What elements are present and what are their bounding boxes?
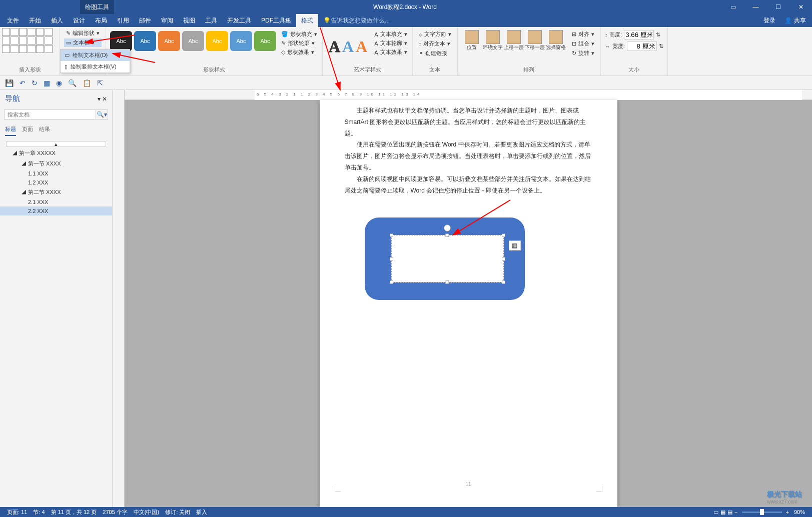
document-text[interactable]: 主题和样式也有助于文档保持协调。当您单击设计并选择新的主题时，图片、图表或 Sm… [345,105,592,196]
menu-file[interactable]: 文件 [2,14,24,27]
zoom-in[interactable]: + [786,509,789,515]
edit-shape-button[interactable]: ✎ 编辑形状 ▾ [64,29,102,38]
minimize-button[interactable]: — [744,0,767,14]
draw-vertical-text-box-item[interactable]: ▯ 绘制竖排文本框(V) [61,61,130,72]
wordart-gallery[interactable]: A A A [325,28,371,65]
nav-search-box[interactable]: 🔍▾ [4,110,108,120]
zoom-level[interactable]: 90% [791,509,808,515]
send-backward-button[interactable]: 下移一层 [525,30,545,63]
shapes-gallery[interactable] [2,28,53,65]
style-swatch-1[interactable]: Abc [110,31,132,51]
spinner-icon[interactable]: ⇅ [656,32,660,38]
resize-handle-tl[interactable] [390,234,393,237]
wrap-text-button[interactable]: 环绕文字 [483,30,503,63]
nav-close-button[interactable]: ▾ ✕ [98,96,107,102]
status-page[interactable]: 页面: 11 [4,508,30,516]
style-swatch-4[interactable]: Abc [182,31,204,51]
document-page[interactable]: 主题和样式也有助于文档保持协调。当您单击设计并选择新的主题时，图片、图表或 Sm… [320,100,617,507]
menu-tools[interactable]: 工具 [200,14,222,27]
menu-format[interactable]: 格式 [296,14,318,27]
status-page-of[interactable]: 第 11 页，共 12 页 [48,508,100,516]
menu-design[interactable]: 设计 [68,14,90,27]
style-swatch-2[interactable]: Abc [134,31,156,51]
resize-handle-mr[interactable] [502,257,505,260]
menu-review[interactable]: 审阅 [156,14,178,27]
nav-tab-pages[interactable]: 页面 [22,124,33,136]
bring-forward-button[interactable]: 上移一层 [504,30,524,63]
style-swatch-3[interactable]: Abc [158,31,180,51]
search-input[interactable] [5,110,96,119]
status-language[interactable]: 中文(中国) [131,508,162,516]
position-button[interactable]: 位置 [462,30,482,63]
status-section[interactable]: 节: 4 [30,508,48,516]
align-text-button[interactable]: ↕对齐文本▾ [417,40,453,48]
view-read-mode[interactable]: ▭ [713,509,718,516]
view-print-layout[interactable]: ▦ [720,509,725,516]
nav-tab-headings[interactable]: 标题 [5,124,16,136]
vertical-ruler[interactable] [113,90,125,507]
save-button[interactable]: 💾 [5,79,14,87]
tree-item-2-2[interactable]: 2.2 XXX [0,206,112,216]
shape-effects-button[interactable]: ◇形状效果▾ [279,48,319,56]
create-link-button[interactable]: ⚭创建链接 [417,49,453,58]
style-swatch-5[interactable]: Abc [206,31,228,51]
horizontal-ruler[interactable]: 6 5 4 3 2 1 1 2 3 4 5 6 7 8 9 10 11 12 1… [125,90,812,100]
text-fill-button[interactable]: A文本填充▾ [372,30,409,38]
tree-item-section1[interactable]: ◢ 第一节 XXXX [0,158,112,169]
tree-item-section2[interactable]: ◢ 第二节 XXXX [0,187,112,198]
group-button[interactable]: ⊡组合▾ [570,40,596,48]
height-input[interactable] [624,30,654,40]
resize-handle-tr[interactable] [502,234,505,237]
search-button[interactable]: 🔍▾ [96,110,108,119]
style-swatch-7[interactable]: Abc [254,31,276,51]
wordart-style-2[interactable]: A [342,38,354,56]
share-button[interactable]: 👤 共享 [780,16,810,25]
qat-button-2[interactable]: ◉ [56,79,62,87]
status-track[interactable]: 修订: 关闭 [162,508,193,516]
qat-button-3[interactable]: 🔍 [68,79,77,87]
status-words[interactable]: 2705 个字 [100,508,131,516]
tree-item-2-1[interactable]: 2.1 XXX [0,198,112,206]
wordart-style-3[interactable]: A [356,38,367,56]
zoom-out[interactable]: − [734,509,737,515]
wordart-style-1[interactable]: A [329,38,340,56]
menu-mailings[interactable]: 邮件 [134,14,156,27]
selection-pane-button[interactable]: 选择窗格 [546,30,566,63]
style-swatch-6[interactable]: Abc [230,31,252,51]
resize-handle-bl[interactable] [390,280,393,284]
rotate-handle[interactable] [444,224,451,232]
tree-item-chapter1[interactable]: ◢ 第一章 XXXXX [0,148,112,158]
resize-handle-bm[interactable] [446,280,449,284]
width-input[interactable] [627,42,657,51]
text-outline-button[interactable]: A文本轮廓▾ [372,39,409,48]
text-effects-button[interactable]: A文本效果▾ [372,48,409,56]
shape-style-gallery[interactable]: Abc Abc Abc Abc Abc Abc Abc [108,28,278,65]
redo-button[interactable]: ↻ [32,79,38,87]
nav-tab-results[interactable]: 结果 [39,124,50,136]
menu-developer[interactable]: 开发工具 [222,14,256,27]
tree-item-1-1[interactable]: 1.1 XXX [0,169,112,178]
resize-handle-br[interactable] [502,280,505,284]
spinner-icon[interactable]: ⇅ [659,43,663,50]
close-button[interactable]: ✕ [789,0,812,14]
align-button[interactable]: ⊞对齐▾ [570,30,596,38]
resize-handle-ml[interactable] [390,257,393,260]
qat-button-5[interactable]: ⇱ [97,79,103,87]
menu-home[interactable]: 开始 [24,14,46,27]
zoom-slider[interactable] [742,512,782,513]
undo-button[interactable]: ↶ [20,79,26,87]
ribbon-display-icon[interactable]: ▭ [722,0,744,14]
shape-fill-button[interactable]: 🪣形状填充▾ [279,30,319,38]
menu-layout[interactable]: 布局 [90,14,112,27]
menu-references[interactable]: 引用 [112,14,134,27]
qat-button-4[interactable]: 📋 [83,79,91,87]
tree-item-1-2[interactable]: 1.2 XXX [0,178,112,187]
maximize-button[interactable]: ☐ [767,0,789,14]
menu-view[interactable]: 视图 [178,14,200,27]
menu-insert[interactable]: 插入 [46,14,68,27]
tree-expand-handle[interactable]: ▴ [6,141,106,147]
text-box-shape[interactable]: ▦ [391,235,504,282]
view-web-layout[interactable]: ▤ [727,509,732,516]
tell-me-search[interactable]: 💡 告诉我您想要做什么... [318,16,395,25]
text-direction-button[interactable]: ⟐文字方向▾ [417,30,453,38]
